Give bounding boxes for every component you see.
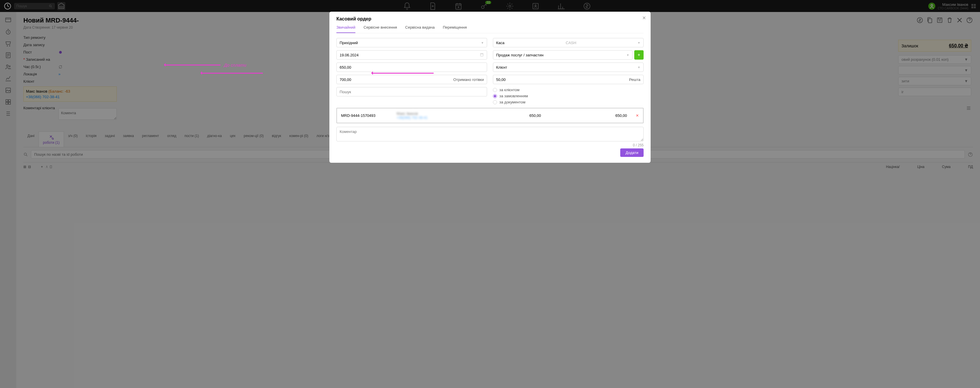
modal-overlay[interactable] [0, 0, 980, 12]
